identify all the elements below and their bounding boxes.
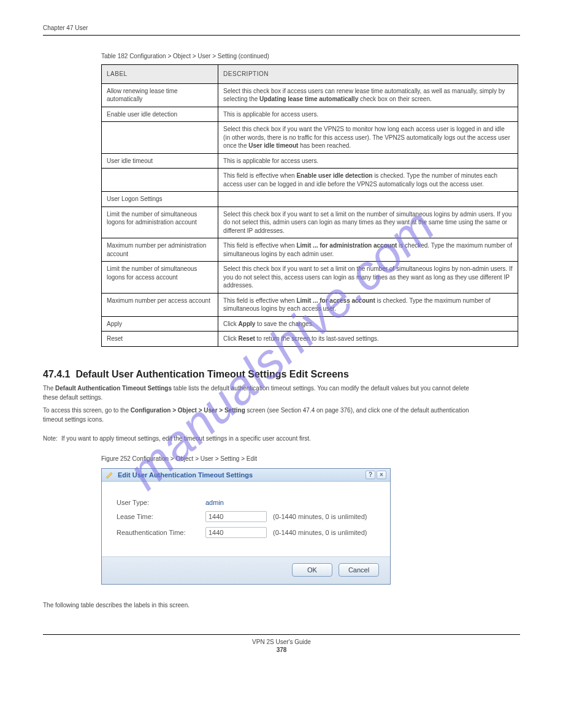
leasetime-label: Lease Time: [117,513,205,520]
table-cell-label: Allow renewing lease time automatically [102,83,218,107]
dialog-titlebar: Edit User Authentication Timeout Setting… [102,469,390,482]
leasetime-input[interactable] [205,511,267,522]
th-label: LABEL [102,65,218,84]
section-heading: 47.4.1 Default User Authentication Timeo… [43,369,520,380]
table-cell-desc: Click Reset to return the screen to its … [218,332,518,347]
header-rule [43,35,520,36]
reauth-row: Reauthentication Time: (0-1440 minutes, … [117,527,375,538]
table-row: Limit the number of simultaneous logons … [102,207,518,238]
usertype-label: User Type: [117,499,205,506]
leasetime-hint: (0-1440 minutes, 0 is unlimited) [273,513,367,520]
section-para-1: The Default Authentication Timeout Setti… [43,384,472,402]
edit-timeout-dialog: Edit User Authentication Timeout Setting… [101,468,391,585]
table-cell-label: User Logon Settings [102,192,218,207]
page-number: 378 [277,646,287,653]
table-cell-label [102,169,218,192]
table-row: Allow renewing lease time automaticallyS… [102,83,518,107]
note-block: Note:If you want to apply timeout settin… [61,434,478,443]
chapter-label: Chapter 47 User [43,25,88,31]
table-cell-label: User idle timeout [102,153,218,169]
table-cell-desc [218,192,518,207]
table-cell-desc: This is applicable for access users. [218,153,518,169]
table-cell-label: Limit the number of simultaneous logons … [102,207,218,238]
ok-button[interactable]: OK [292,563,332,577]
usertype-row: User Type: admin [117,499,375,506]
reauth-label: Reauthentication Time: [117,529,205,536]
page-footer: VPN 2S User's Guide [43,634,520,645]
close-button[interactable]: × [377,471,386,479]
table-row: User Logon Settings [102,192,518,207]
table-cell-label: Enable user idle detection [102,107,218,122]
table-cell-desc: Click Apply to save the changes. [218,316,518,332]
dialog-title: Edit User Authentication Timeout Setting… [118,471,253,479]
reauth-input[interactable] [205,527,267,538]
table-caption: Table 182 Configuration > Object > User … [101,53,520,59]
table-row: User idle timeoutThis is applicable for … [102,153,518,169]
section-number: 47.4.1 [43,369,70,379]
settings-table: LABEL DESCRIPTION Allow renewing lease t… [101,64,518,347]
usertype-value: admin [205,499,224,506]
table-row: Maximum number per administration accoun… [102,238,518,262]
table-row: ApplyClick Apply to save the changes. [102,316,518,332]
section-title: Default User Authentication Timeout Sett… [75,369,348,379]
table-row: Maximum number per access accountThis fi… [102,293,518,316]
table-row: This field is effective when Enable user… [102,169,518,192]
table-row: Select this check box if you want the VP… [102,122,518,154]
table-cell-desc: Select this check box if access users ca… [218,83,518,107]
table-cell-desc: This field is effective when Limit ... f… [218,293,518,316]
leasetime-row: Lease Time: (0-1440 minutes, 0 is unlimi… [117,511,375,522]
table-cell-desc: Select this check box if you want to set… [218,207,518,238]
post-figure-text: The following table describes the labels… [43,601,460,610]
table-cell-label [102,122,218,154]
cancel-button[interactable]: Cancel [339,563,379,577]
table-cell-label: Apply [102,316,218,332]
edit-icon [105,471,114,479]
table-row: Limit the number of simultaneous logons … [102,262,518,294]
help-button[interactable]: ? [366,471,375,479]
section-para-2: To access this screen, go to the Configu… [43,406,472,424]
table-row: Enable user idle detectionThis is applic… [102,107,518,122]
table-cell-label: Maximum number per administration accoun… [102,238,218,262]
th-desc: DESCRIPTION [218,65,518,84]
table-cell-desc: Select this check box if you want the VP… [218,122,518,154]
reauth-hint: (0-1440 minutes, 0 is unlimited) [273,529,367,536]
table-cell-desc: Select this check box if you want to set… [218,262,518,294]
table-cell-label: Maximum number per access account [102,293,218,316]
table-cell-desc: This field is effective when Limit ... f… [218,238,518,262]
table-cell-desc: This is applicable for access users. [218,107,518,122]
figure-caption: Figure 252 Configuration > Object > User… [101,455,520,462]
footer-product: VPN 2S User's Guide [252,639,311,645]
table-cell-label: Reset [102,332,218,347]
table-cell-label: Limit the number of simultaneous logons … [102,262,218,294]
table-row: ResetClick Reset to return the screen to… [102,332,518,347]
table-cell-desc: This field is effective when Enable user… [218,169,518,192]
